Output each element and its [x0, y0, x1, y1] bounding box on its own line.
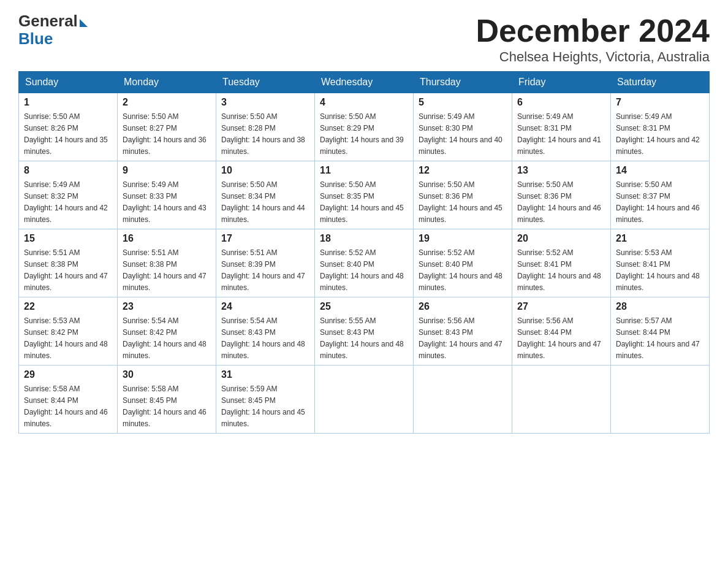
day-number: 17 — [221, 233, 309, 244]
day-number: 29 — [24, 369, 112, 380]
day-number: 16 — [123, 233, 211, 244]
logo-general: General — [18, 12, 78, 30]
calendar-cell: 20 Sunrise: 5:52 AMSunset: 8:41 PMDaylig… — [512, 229, 611, 297]
day-number: 4 — [320, 97, 408, 108]
calendar-week-4: 22 Sunrise: 5:53 AMSunset: 8:42 PMDaylig… — [19, 297, 710, 366]
calendar-table: SundayMondayTuesdayWednesdayThursdayFrid… — [18, 71, 710, 434]
calendar-week-3: 15 Sunrise: 5:51 AMSunset: 8:38 PMDaylig… — [19, 229, 710, 297]
day-info: Sunrise: 5:54 AMSunset: 8:43 PMDaylight:… — [221, 316, 305, 360]
calendar-cell: 10 Sunrise: 5:50 AMSunset: 8:34 PMDaylig… — [216, 161, 315, 229]
day-number: 6 — [517, 97, 605, 108]
day-info: Sunrise: 5:50 AMSunset: 8:27 PMDaylight:… — [123, 112, 207, 156]
calendar-cell: 6 Sunrise: 5:49 AMSunset: 8:31 PMDayligh… — [512, 93, 611, 161]
day-header-monday: Monday — [118, 72, 216, 93]
calendar-cell: 18 Sunrise: 5:52 AMSunset: 8:40 PMDaylig… — [315, 229, 414, 297]
day-number: 2 — [123, 97, 211, 108]
calendar-cell: 12 Sunrise: 5:50 AMSunset: 8:36 PMDaylig… — [414, 161, 512, 229]
day-number: 9 — [123, 165, 211, 176]
calendar-cell: 3 Sunrise: 5:50 AMSunset: 8:28 PMDayligh… — [216, 93, 315, 161]
day-info: Sunrise: 5:59 AMSunset: 8:45 PMDaylight:… — [221, 385, 305, 428]
day-info: Sunrise: 5:50 AMSunset: 8:29 PMDaylight:… — [320, 112, 404, 156]
day-info: Sunrise: 5:51 AMSunset: 8:39 PMDaylight:… — [221, 248, 305, 292]
calendar-cell — [414, 366, 512, 434]
calendar-cell: 4 Sunrise: 5:50 AMSunset: 8:29 PMDayligh… — [315, 93, 414, 161]
day-info: Sunrise: 5:57 AMSunset: 8:44 PMDaylight:… — [616, 316, 700, 360]
day-number: 21 — [616, 233, 704, 244]
day-number: 23 — [123, 301, 211, 312]
calendar-cell: 27 Sunrise: 5:56 AMSunset: 8:44 PMDaylig… — [512, 297, 611, 366]
month-title: December 2024 — [476, 12, 710, 49]
day-info: Sunrise: 5:50 AMSunset: 8:36 PMDaylight:… — [517, 180, 601, 224]
calendar-cell — [512, 366, 611, 434]
calendar-week-2: 8 Sunrise: 5:49 AMSunset: 8:32 PMDayligh… — [19, 161, 710, 229]
day-info: Sunrise: 5:53 AMSunset: 8:42 PMDaylight:… — [24, 316, 108, 360]
day-info: Sunrise: 5:50 AMSunset: 8:35 PMDaylight:… — [320, 180, 404, 224]
calendar-cell: 13 Sunrise: 5:50 AMSunset: 8:36 PMDaylig… — [512, 161, 611, 229]
day-number: 26 — [419, 301, 507, 312]
day-header-saturday: Saturday — [611, 72, 710, 93]
day-number: 5 — [419, 97, 507, 108]
day-number: 28 — [616, 301, 704, 312]
day-header-wednesday: Wednesday — [315, 72, 414, 93]
calendar-cell: 15 Sunrise: 5:51 AMSunset: 8:38 PMDaylig… — [19, 229, 118, 297]
day-number: 12 — [419, 165, 507, 176]
day-info: Sunrise: 5:50 AMSunset: 8:36 PMDaylight:… — [419, 180, 502, 224]
calendar-cell: 14 Sunrise: 5:50 AMSunset: 8:37 PMDaylig… — [611, 161, 710, 229]
day-info: Sunrise: 5:56 AMSunset: 8:44 PMDaylight:… — [517, 316, 601, 360]
calendar-cell: 22 Sunrise: 5:53 AMSunset: 8:42 PMDaylig… — [19, 297, 118, 366]
logo: General Blue — [18, 12, 88, 47]
calendar-cell: 23 Sunrise: 5:54 AMSunset: 8:42 PMDaylig… — [118, 297, 216, 366]
calendar-cell: 11 Sunrise: 5:50 AMSunset: 8:35 PMDaylig… — [315, 161, 414, 229]
day-header-thursday: Thursday — [414, 72, 512, 93]
page-header: General Blue December 2024 Chelsea Heigh… — [18, 12, 710, 65]
calendar-cell: 19 Sunrise: 5:52 AMSunset: 8:40 PMDaylig… — [414, 229, 512, 297]
day-info: Sunrise: 5:55 AMSunset: 8:43 PMDaylight:… — [320, 316, 404, 360]
calendar-cell: 21 Sunrise: 5:53 AMSunset: 8:41 PMDaylig… — [611, 229, 710, 297]
day-number: 15 — [24, 233, 112, 244]
day-header-row: SundayMondayTuesdayWednesdayThursdayFrid… — [19, 72, 710, 93]
day-header-tuesday: Tuesday — [216, 72, 315, 93]
calendar-cell — [315, 366, 414, 434]
calendar-cell: 5 Sunrise: 5:49 AMSunset: 8:30 PMDayligh… — [414, 93, 512, 161]
day-number: 31 — [221, 369, 309, 380]
day-number: 10 — [221, 165, 309, 176]
day-info: Sunrise: 5:50 AMSunset: 8:37 PMDaylight:… — [616, 180, 700, 224]
day-number: 22 — [24, 301, 112, 312]
calendar-cell: 26 Sunrise: 5:56 AMSunset: 8:43 PMDaylig… — [414, 297, 512, 366]
day-number: 11 — [320, 165, 408, 176]
calendar-cell: 8 Sunrise: 5:49 AMSunset: 8:32 PMDayligh… — [19, 161, 118, 229]
day-info: Sunrise: 5:50 AMSunset: 8:26 PMDaylight:… — [24, 112, 108, 156]
calendar-cell: 16 Sunrise: 5:51 AMSunset: 8:38 PMDaylig… — [118, 229, 216, 297]
day-number: 25 — [320, 301, 408, 312]
day-info: Sunrise: 5:50 AMSunset: 8:28 PMDaylight:… — [221, 112, 305, 156]
day-info: Sunrise: 5:52 AMSunset: 8:40 PMDaylight:… — [320, 248, 404, 292]
day-info: Sunrise: 5:52 AMSunset: 8:40 PMDaylight:… — [419, 248, 502, 292]
calendar-cell: 31 Sunrise: 5:59 AMSunset: 8:45 PMDaylig… — [216, 366, 315, 434]
title-section: December 2024 Chelsea Heights, Victoria,… — [476, 12, 710, 65]
location-title: Chelsea Heights, Victoria, Australia — [476, 49, 710, 65]
day-info: Sunrise: 5:58 AMSunset: 8:44 PMDaylight:… — [24, 385, 108, 428]
day-info: Sunrise: 5:52 AMSunset: 8:41 PMDaylight:… — [517, 248, 601, 292]
calendar-week-5: 29 Sunrise: 5:58 AMSunset: 8:44 PMDaylig… — [19, 366, 710, 434]
day-info: Sunrise: 5:49 AMSunset: 8:31 PMDaylight:… — [517, 112, 601, 156]
calendar-cell: 25 Sunrise: 5:55 AMSunset: 8:43 PMDaylig… — [315, 297, 414, 366]
calendar-cell: 30 Sunrise: 5:58 AMSunset: 8:45 PMDaylig… — [118, 366, 216, 434]
day-info: Sunrise: 5:49 AMSunset: 8:32 PMDaylight:… — [24, 180, 108, 224]
day-number: 19 — [419, 233, 507, 244]
calendar-cell: 1 Sunrise: 5:50 AMSunset: 8:26 PMDayligh… — [19, 93, 118, 161]
day-info: Sunrise: 5:54 AMSunset: 8:42 PMDaylight:… — [123, 316, 207, 360]
day-number: 27 — [517, 301, 605, 312]
calendar-cell: 9 Sunrise: 5:49 AMSunset: 8:33 PMDayligh… — [118, 161, 216, 229]
day-info: Sunrise: 5:49 AMSunset: 8:30 PMDaylight:… — [419, 112, 502, 156]
calendar-cell: 2 Sunrise: 5:50 AMSunset: 8:27 PMDayligh… — [118, 93, 216, 161]
day-header-friday: Friday — [512, 72, 611, 93]
day-number: 8 — [24, 165, 112, 176]
calendar-cell: 28 Sunrise: 5:57 AMSunset: 8:44 PMDaylig… — [611, 297, 710, 366]
calendar-cell: 17 Sunrise: 5:51 AMSunset: 8:39 PMDaylig… — [216, 229, 315, 297]
day-info: Sunrise: 5:49 AMSunset: 8:33 PMDaylight:… — [123, 180, 207, 224]
day-number: 20 — [517, 233, 605, 244]
calendar-cell: 29 Sunrise: 5:58 AMSunset: 8:44 PMDaylig… — [19, 366, 118, 434]
day-info: Sunrise: 5:49 AMSunset: 8:31 PMDaylight:… — [616, 112, 700, 156]
day-number: 30 — [123, 369, 211, 380]
day-info: Sunrise: 5:56 AMSunset: 8:43 PMDaylight:… — [419, 316, 502, 360]
